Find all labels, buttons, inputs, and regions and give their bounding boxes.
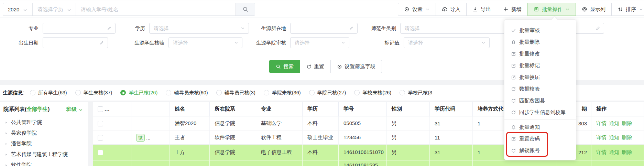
- status-radio-4[interactable]: 辅导员已核(3): [216, 90, 255, 96]
- status-radio-5[interactable]: 学院未核(36): [264, 90, 301, 96]
- column-header-gender: 性别: [392, 106, 402, 112]
- filter-field-normal-student-type: 师范生类别请选择: [358, 23, 514, 34]
- batch-menu-item-unlock-account[interactable]: 解锁账号: [504, 145, 576, 156]
- status-radio-1[interactable]: 学生未核(37): [75, 90, 112, 96]
- export-button[interactable]: 导出: [466, 3, 497, 16]
- search-icon: [242, 6, 249, 12]
- detail-link[interactable]: 详情: [596, 120, 607, 127]
- column-header-degree: 学历: [307, 106, 318, 112]
- status-radio-3[interactable]: 辅导员未核(60): [166, 90, 208, 96]
- sort-button[interactable]: 排序: [611, 3, 644, 16]
- cell-date: 212: [578, 149, 587, 155]
- class-toggle[interactable]: 班级: [66, 106, 83, 113]
- status-radio-7[interactable]: 学校未核(26): [354, 90, 391, 96]
- batch-menu-item-data-check[interactable]: 数据校验: [504, 83, 576, 95]
- menu-divider: [504, 120, 576, 120]
- status-radio-6[interactable]: 学院已核(27): [309, 90, 346, 96]
- sidebar-title-highlight: 全部学生: [26, 106, 48, 112]
- sidebar-item-label: 公共管理学院: [11, 119, 42, 126]
- detail-link[interactable]: 详情: [596, 149, 607, 156]
- download-icon: [472, 7, 478, 12]
- filter-input-major-wrap: [43, 23, 116, 34]
- filter-select-origin-college-audit-placeholder: 请选择: [295, 40, 310, 46]
- body-cell-name: 王者: [170, 131, 210, 145]
- filter-input-origin-area[interactable]: [291, 25, 349, 31]
- batch-menu-item-batch-delete[interactable]: 批量删除: [504, 36, 576, 48]
- refresh-icon: [511, 148, 516, 153]
- batch-menu-item-sync-to-school[interactable]: 同步学生信息到校库: [504, 106, 576, 118]
- sort-button-label: 排序: [626, 6, 636, 13]
- chevron-down-icon: [565, 7, 570, 12]
- reset-button-label: 重置: [314, 63, 324, 70]
- filter-input-birth-date[interactable]: [43, 40, 99, 45]
- search-button[interactable]: [236, 3, 255, 15]
- search-button[interactable]: 搜索: [269, 60, 300, 73]
- refresh-icon: [306, 64, 312, 69]
- detail-link[interactable]: 详情: [596, 134, 607, 141]
- batch-menu-item-batch-notify[interactable]: 批量通知: [504, 121, 576, 133]
- header-ellipsis: ...: [105, 106, 110, 112]
- row-checkbox[interactable]: [98, 121, 103, 126]
- import-button[interactable]: 导入: [436, 3, 467, 16]
- status-radio-0[interactable]: 所有学生(63): [30, 90, 67, 96]
- filter-label-birth-date: 出生日期: [4, 40, 39, 46]
- filter-select-origin-student-check[interactable]: 请选择: [168, 37, 242, 48]
- notify-link[interactable]: 通知: [609, 120, 619, 127]
- degree-filter-select[interactable]: 请选择学历: [33, 3, 76, 15]
- batch-menu-item-reset-password[interactable]: 重置密码: [504, 133, 576, 145]
- column-header-name: 姓名: [175, 106, 185, 112]
- filter-select-degree[interactable]: 请选择: [149, 23, 249, 34]
- column-header-ops: 操作: [596, 106, 607, 112]
- triangle-right-icon: [4, 121, 8, 125]
- settings-button[interactable]: 设置: [398, 3, 436, 16]
- add-button[interactable]: 新增: [497, 3, 528, 16]
- body-cell-major: 软件工程: [256, 131, 303, 145]
- sidebar-item-1[interactable]: 吴家俊学院: [0, 128, 88, 138]
- sidebar-item-2[interactable]: 潘智学院: [0, 138, 88, 149]
- filter-select-origin-college-audit[interactable]: 请选择: [290, 37, 349, 48]
- filter-label-origin-area: 生源所在地: [248, 25, 286, 32]
- filter-select-mark-value[interactable]: 请选择: [404, 37, 490, 48]
- sidebar-item-4[interactable]: 软件学院: [0, 160, 88, 166]
- delete-link[interactable]: 删除: [622, 134, 632, 141]
- reset-button[interactable]: 重置: [300, 60, 331, 73]
- body-cell-dcode: 31: [430, 145, 473, 160]
- table-row: 146101081535: [93, 160, 644, 166]
- cell-major: 软件工程: [261, 134, 282, 141]
- refresh-icon: [511, 110, 516, 115]
- body-cell-dept: [210, 160, 256, 166]
- pencil-icon: [349, 26, 354, 31]
- batch-menu-item-match-poor-county[interactable]: 匹配贫困县: [504, 95, 576, 106]
- plus-icon: [503, 7, 509, 12]
- batch-menu-item-batch-term-change[interactable]: 批量换届: [504, 71, 576, 83]
- notify-link[interactable]: 通知: [609, 134, 619, 141]
- sidebar-item-3[interactable]: 艺术传媒与建筑工程学院: [0, 149, 88, 160]
- body-cell-sid: 123456: [339, 131, 387, 145]
- search-input[interactable]: [76, 3, 236, 15]
- status-radio-label: 学院已核(27): [317, 90, 346, 96]
- batch-menu-item-label: 批量标记: [519, 62, 540, 69]
- body-cell-gender: 男: [387, 145, 430, 160]
- filter-select-normal-student-type[interactable]: 请选择: [400, 23, 514, 34]
- delete-link[interactable]: 删除: [622, 120, 632, 127]
- refresh-icon: [511, 86, 516, 92]
- body-cell-dcode: [430, 160, 473, 166]
- delete-link[interactable]: 删除: [622, 149, 632, 156]
- set-filter-fields-button[interactable]: 设置筛选字段: [330, 60, 382, 73]
- row-checkbox[interactable]: [98, 150, 103, 155]
- body-cell-degree: 本科: [303, 145, 339, 160]
- status-radio-2[interactable]: 学生已核(26): [120, 90, 157, 96]
- year-select[interactable]: 2020: [3, 3, 33, 15]
- filter-input-major[interactable]: [43, 25, 107, 31]
- batch-menu-item-batch-audit[interactable]: 批量审核: [504, 24, 576, 36]
- notify-link[interactable]: 通知: [609, 149, 619, 156]
- batch-menu-item-batch-modify[interactable]: 批量修改: [504, 48, 576, 60]
- batch-actions-button[interactable]: 批量操作: [527, 3, 576, 16]
- show-columns-button[interactable]: 显示列: [576, 3, 612, 16]
- header-cell-check: ...: [93, 102, 131, 116]
- sidebar-item-0[interactable]: 公共管理学院: [0, 117, 88, 128]
- status-radio-8[interactable]: 学校已核(3: [400, 90, 432, 96]
- select-all-checkbox[interactable]: [98, 106, 103, 112]
- row-checkbox[interactable]: [98, 135, 103, 141]
- batch-menu-item-batch-mark[interactable]: 批量标记: [504, 60, 576, 71]
